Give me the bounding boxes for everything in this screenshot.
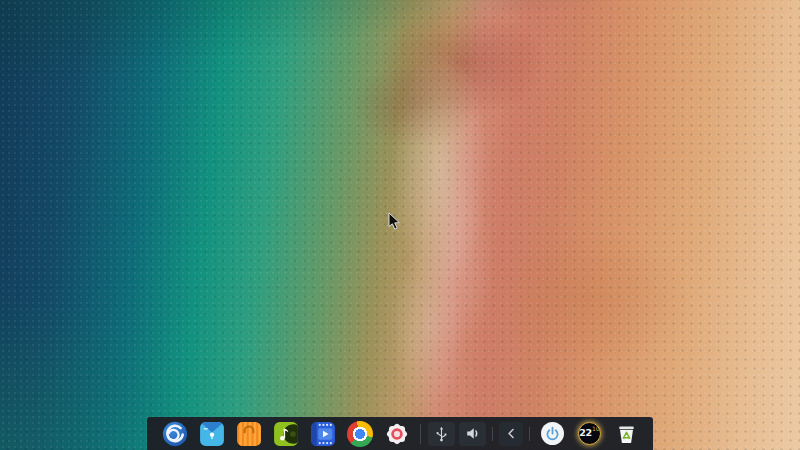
system-tray [426,422,525,446]
trash-bin-icon [614,421,639,446]
launcher-swirl-icon [162,421,188,447]
app-store-icon[interactable] [230,417,267,450]
control-center-icon[interactable] [378,417,415,450]
dock-plugin-area: 22 10 [534,419,644,449]
movie-play-icon [310,421,336,447]
dock-separator [420,424,421,444]
datetime-indicator[interactable]: 22 10 [578,422,601,445]
usb-device-icon[interactable] [428,422,455,446]
chevron-left-icon [503,425,520,442]
tray-separator [492,427,493,441]
deepin-launcher-icon[interactable] [156,417,193,450]
shutdown-button[interactable] [541,422,564,445]
usb-symbol-icon [433,425,450,442]
trash-icon[interactable] [611,419,641,449]
collapse-tray-button[interactable] [499,422,523,446]
music-player-icon[interactable] [267,417,304,450]
music-note-icon [273,421,299,447]
mouse-cursor [388,213,402,231]
file-manager-icon[interactable] [193,417,230,450]
file-manager-box-icon [199,421,225,447]
dock-app-area [156,417,415,450]
settings-gear-icon [384,421,410,447]
clock-minute: 10 [592,423,600,434]
plugin-separator [529,427,530,441]
chrome-browser-icon[interactable] [341,417,378,450]
volume-icon[interactable] [459,422,486,446]
dock: 22 10 [147,417,653,450]
store-bag-icon [236,421,262,447]
desktop: 22 10 [0,0,800,450]
speaker-icon [464,425,481,442]
chrome-logo-icon [347,421,373,447]
clock-hour: 22 [579,423,591,442]
movie-player-icon[interactable] [304,417,341,450]
power-icon [543,424,562,443]
